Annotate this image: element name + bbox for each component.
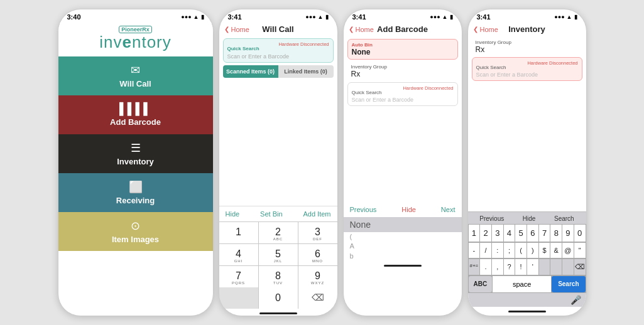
wc-footer: Hide Set Bin Add Item bbox=[219, 206, 337, 221]
tab-scanned-items[interactable]: Scanned Items (0) bbox=[223, 65, 278, 78]
key-3[interactable]: 3DEF bbox=[298, 222, 337, 243]
p4-key-dash[interactable]: - bbox=[469, 243, 480, 258]
battery-icon-4: ▮ bbox=[574, 14, 577, 20]
key-6[interactable]: 6MNO bbox=[298, 244, 337, 265]
p4-key-0[interactable]: 0 bbox=[574, 225, 586, 242]
set-bin-button[interactable]: Set Bin bbox=[260, 210, 282, 218]
key-9[interactable]: 9WXYZ bbox=[298, 266, 337, 287]
home-indicator-4 bbox=[508, 311, 546, 312]
inv-group-field-3: Inventory Group Rx bbox=[347, 62, 458, 80]
prev-action[interactable]: Previous bbox=[479, 215, 504, 222]
key-2[interactable]: 2ABC bbox=[259, 222, 298, 243]
menu-item-add-barcode[interactable]: ▌▌▌▌ Add Barcode bbox=[58, 95, 213, 134]
p4-key-colon[interactable]: : bbox=[492, 243, 503, 258]
qs-label-4: Quick Search bbox=[476, 65, 506, 70]
tab-linked-items[interactable]: Linked Items (0) bbox=[278, 65, 334, 78]
hw-status-2: Hardware Disconnected bbox=[278, 41, 329, 47]
qs-placeholder-4: Scan or Enter a Barcode bbox=[476, 72, 578, 78]
key-5[interactable]: 5JKL bbox=[259, 244, 298, 265]
quick-search-bar-3[interactable]: Quick Search Hardware Disconnected Scan … bbox=[347, 82, 458, 106]
p4-key-quote[interactable]: " bbox=[574, 243, 586, 258]
key-7[interactable]: 7PQRS bbox=[219, 266, 258, 287]
p4-key-apostrophe[interactable]: ' bbox=[527, 259, 538, 275]
quick-search-bar-4[interactable]: Quick Search Hardware Disconnected Scan … bbox=[472, 57, 582, 81]
menu-item-will-call[interactable]: ✉ Will Call bbox=[58, 56, 213, 95]
receiving-label: Receiving bbox=[116, 196, 155, 205]
will-call-label: Will Call bbox=[119, 79, 151, 88]
p4-key-4[interactable]: 4 bbox=[504, 225, 515, 242]
p4-key-backspace[interactable]: ⌫ bbox=[574, 259, 586, 275]
status-bar-2: 3:41 ●●● ▲ ▮ bbox=[219, 9, 337, 22]
nav-bar-4: ❮ Home Inventory bbox=[468, 22, 586, 36]
p4-key-hashplus[interactable]: #+= bbox=[469, 259, 480, 275]
key-4[interactable]: 4GHI bbox=[219, 244, 258, 265]
p4-key-slash[interactable]: / bbox=[480, 243, 491, 258]
add-barcode-label: Add Barcode bbox=[110, 117, 161, 127]
inv-group-field-4: Inventory Group Rx bbox=[472, 38, 582, 55]
status-icons-4: ●●● ▲ ▮ bbox=[554, 14, 577, 20]
menu-item-inventory[interactable]: ☰ Inventory bbox=[58, 134, 213, 173]
keyboard-bottom-row: ABC space Search bbox=[468, 275, 586, 293]
will-call-icon: ✉ bbox=[131, 63, 140, 77]
p4-key-1[interactable]: 1 bbox=[469, 225, 480, 242]
key-1[interactable]: 1 bbox=[219, 222, 258, 243]
abc-button[interactable]: ABC bbox=[469, 276, 493, 292]
space-button[interactable]: space bbox=[493, 276, 551, 292]
key-del[interactable]: ⌫ bbox=[298, 287, 337, 309]
p4-key-comma[interactable]: , bbox=[492, 259, 503, 275]
battery-icon-3: ▮ bbox=[450, 14, 453, 20]
mic-icon[interactable]: 🎤 bbox=[570, 295, 581, 305]
inventory-icon: ☰ bbox=[131, 141, 141, 155]
next-button[interactable]: Next bbox=[441, 206, 456, 213]
bottom-bar-2 bbox=[219, 309, 337, 316]
back-button-3[interactable]: ❮ Home bbox=[349, 26, 374, 33]
menu-item-item-images[interactable]: ⊙ Item Images bbox=[58, 212, 213, 251]
item-images-label: Item Images bbox=[112, 235, 159, 244]
menu-item-receiving[interactable]: ⬜ Receiving bbox=[58, 173, 213, 212]
receiving-icon: ⬜ bbox=[129, 180, 143, 194]
search-button[interactable]: Search bbox=[552, 276, 585, 292]
p4-key-dollar[interactable]: $ bbox=[539, 243, 550, 258]
wifi-icon-3: ▲ bbox=[442, 14, 448, 20]
p4-key-question[interactable]: ? bbox=[504, 259, 515, 275]
add-item-button[interactable]: Add Item bbox=[303, 210, 330, 218]
key-0[interactable]: 0 bbox=[259, 287, 298, 309]
p4-key-2[interactable]: 2 bbox=[480, 225, 491, 242]
search-action[interactable]: Search bbox=[554, 215, 574, 222]
keyboard-symrow2: #+= . , ? ! ' ⌫ bbox=[468, 258, 586, 275]
back-button-4[interactable]: ❮ Home bbox=[473, 26, 498, 33]
bottom-bar-3 bbox=[344, 261, 462, 270]
time-1: 3:40 bbox=[67, 13, 81, 21]
hide-button[interactable]: Hide bbox=[226, 210, 240, 218]
p4-key-7[interactable]: 7 bbox=[539, 225, 550, 242]
back-button-2[interactable]: ❮ Home bbox=[224, 26, 249, 33]
hide-button-3[interactable]: Hide bbox=[401, 206, 416, 213]
p4-key-exclaim[interactable]: ! bbox=[515, 259, 527, 275]
add-barcode-icon: ▌▌▌▌ bbox=[119, 102, 151, 115]
p4-key-5[interactable]: 5 bbox=[515, 225, 527, 242]
quick-search-bar-2[interactable]: Quick Search Hardware Disconnected Scan … bbox=[223, 38, 334, 63]
battery-icon-2: ▮ bbox=[325, 14, 329, 20]
app-title-highlight: e bbox=[122, 33, 131, 51]
footer-1: Settings Version 1.5.0 bbox=[58, 251, 214, 316]
p4-key-3[interactable]: 3 bbox=[492, 225, 503, 242]
phone-2: 3:41 ●●● ▲ ▮ ❮ Home Will Call Quick Sear… bbox=[219, 9, 338, 316]
p4-key-at[interactable]: @ bbox=[562, 243, 574, 258]
p4-key-closeparen[interactable]: ) bbox=[527, 243, 538, 258]
p4-key-6[interactable]: 6 bbox=[527, 225, 538, 242]
numpad-2: 1 2ABC 3DEF 4GHI 5JKL 6MNO 7PQRS 8TUV 9W… bbox=[219, 221, 337, 287]
previous-button[interactable]: Previous bbox=[350, 206, 377, 213]
key-8[interactable]: 8TUV bbox=[259, 266, 298, 287]
p4-key-openparen[interactable]: ( bbox=[515, 243, 527, 258]
back-label-2: Home bbox=[231, 26, 249, 33]
keyboard-area: Previous Hide Search 1 2 3 4 5 6 7 8 9 0… bbox=[468, 211, 586, 307]
p4-key-9[interactable]: 9 bbox=[562, 225, 574, 242]
p4-key-period[interactable]: . bbox=[480, 259, 491, 275]
inventory-label: Inventory bbox=[117, 157, 154, 166]
bottom-bar-4 bbox=[468, 307, 586, 316]
p4-key-amp[interactable]: & bbox=[550, 243, 562, 258]
hide-action[interactable]: Hide bbox=[523, 215, 536, 222]
p4-key-semi[interactable]: ; bbox=[504, 243, 515, 258]
numpad-empty-left bbox=[219, 287, 258, 309]
p4-key-8[interactable]: 8 bbox=[550, 225, 562, 242]
